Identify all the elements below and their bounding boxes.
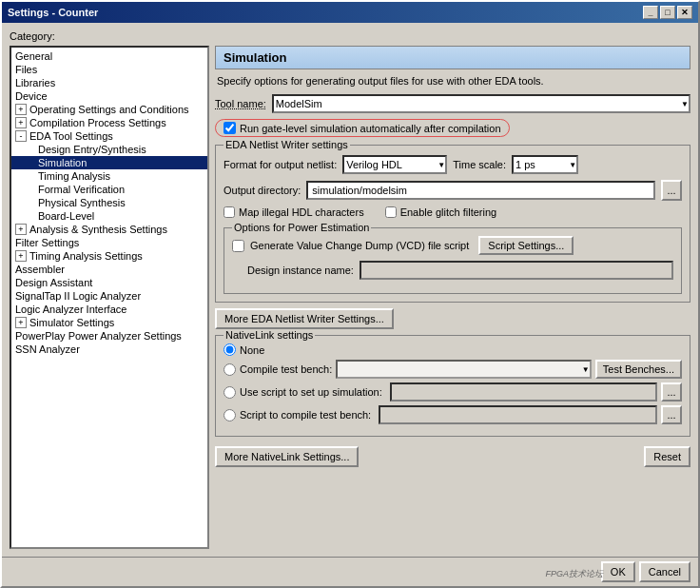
tree-label-simulator-settings: Simulator Settings xyxy=(29,317,114,328)
output-dir-input[interactable] xyxy=(306,181,655,200)
window-footer: FPGA技术论坛 OK Cancel xyxy=(2,557,698,586)
enable-glitch-label[interactable]: Enable glitch filtering xyxy=(400,206,497,218)
panel-description: Specify options for generating output fi… xyxy=(215,75,690,87)
tree-label-files: Files xyxy=(15,64,37,75)
script-settings-button[interactable]: Script Settings... xyxy=(478,236,574,255)
tree-item-filter-settings[interactable]: Filter Settings xyxy=(11,236,207,249)
tree-item-compilation-process[interactable]: + Compilation Process Settings xyxy=(11,116,207,129)
tree-item-timing-analysis[interactable]: Timing Analysis xyxy=(11,169,207,183)
tool-name-row: Tool name: ModelSim ModelSim-Altera VCS … xyxy=(215,94,690,113)
generate-vcd-row: Generate Value Change Dump (VCD) file sc… xyxy=(232,236,673,255)
tree-item-operating-settings[interactable]: + Operating Settings and Conditions xyxy=(11,103,207,116)
compile-script-browse-button[interactable]: ... xyxy=(661,405,682,424)
time-scale-select-wrapper[interactable]: 1 ps 10 ps 100 ps 1 ns xyxy=(512,155,578,174)
format-label: Format for output netlist: xyxy=(224,159,337,170)
compile-bench-radio[interactable] xyxy=(224,363,236,376)
tree-label-compilation-process: Compilation Process Settings xyxy=(29,117,166,128)
panel-title: Simulation xyxy=(215,46,690,69)
nativelink-group: NativeLink settings None Compile test be… xyxy=(215,335,690,437)
window-title: Settings - Counter xyxy=(8,7,98,18)
none-radio[interactable] xyxy=(224,343,236,356)
compile-script-radio[interactable] xyxy=(224,409,236,421)
cancel-button[interactable]: Cancel xyxy=(639,561,690,582)
tree-item-board-level[interactable]: Board-Level xyxy=(11,209,207,223)
close-button[interactable]: ✕ xyxy=(677,6,692,19)
left-panel[interactable]: General Files Libraries Device + Operati… xyxy=(10,46,209,549)
tree-label-formal-verification: Formal Verification xyxy=(38,184,125,195)
compile-bench-select-wrapper[interactable] xyxy=(336,360,592,379)
tool-name-select[interactable]: ModelSim ModelSim-Altera VCS Riviera Act… xyxy=(272,94,690,113)
tree-item-signaltap[interactable]: SignalTap II Logic Analyzer xyxy=(11,289,207,303)
tool-name-select-wrapper[interactable]: ModelSim ModelSim-Altera VCS Riviera Act… xyxy=(272,94,690,113)
generate-vcd-checkbox[interactable] xyxy=(232,240,244,252)
time-scale-label: Time scale: xyxy=(453,159,506,170)
format-select[interactable]: Verilog HDL VHDL xyxy=(342,155,447,174)
tree-item-general[interactable]: General xyxy=(11,49,207,63)
category-label: Category: xyxy=(10,30,690,42)
title-bar-buttons: _ □ ✕ xyxy=(643,6,692,19)
minimize-button[interactable]: _ xyxy=(643,6,658,19)
use-script-input xyxy=(390,382,657,402)
tree-label-analysis-synthesis: Analysis & Synthesis Settings xyxy=(29,224,167,235)
main-area: General Files Libraries Device + Operati… xyxy=(10,46,690,549)
tree-item-device[interactable]: Device xyxy=(11,89,207,103)
tree-item-simulator-settings[interactable]: + Simulator Settings xyxy=(11,316,207,329)
none-radio-label[interactable]: None xyxy=(240,344,264,356)
ok-button[interactable]: OK xyxy=(601,561,635,582)
tree-item-analysis-synthesis[interactable]: + Analysis & Synthesis Settings xyxy=(11,223,207,236)
tree-label-timing-analysis: Timing Analysis xyxy=(38,170,110,182)
test-benches-button[interactable]: Test Benches... xyxy=(595,360,682,379)
tree-item-powerplay[interactable]: PowerPlay Power Analyzer Settings xyxy=(11,329,207,343)
tree-item-timing-analysis-settings[interactable]: + Timing Analysis Settings xyxy=(11,249,207,263)
nativelink-title: NativeLink settings xyxy=(224,329,315,341)
tree-item-files[interactable]: Files xyxy=(11,63,207,76)
more-eda-button[interactable]: More EDA Netlist Writer Settings... xyxy=(215,308,394,329)
tool-name-label: Tool name: xyxy=(215,98,266,109)
tree-label-logic-analyzer: Logic Analyzer Interface xyxy=(15,304,126,315)
tree-label-physical-synthesis: Physical Synthesis xyxy=(38,197,126,208)
power-estimation-title: Options for Power Estimation xyxy=(232,222,371,233)
tree-item-libraries[interactable]: Libraries xyxy=(11,76,207,89)
tree-label-general: General xyxy=(15,50,52,62)
use-script-label[interactable]: Use script to set up simulation: xyxy=(240,386,382,398)
bottom-buttons: More NativeLink Settings... Reset xyxy=(215,446,690,467)
more-nativelink-button[interactable]: More NativeLink Settings... xyxy=(215,446,359,467)
output-dir-browse-button[interactable]: ... xyxy=(661,180,682,201)
map-illegal-label[interactable]: Map illegal HDL characters xyxy=(239,206,364,218)
tree-item-formal-verification[interactable]: Formal Verification xyxy=(11,183,207,196)
time-scale-select[interactable]: 1 ps 10 ps 100 ps 1 ns xyxy=(512,155,578,174)
tree-item-design-assistant[interactable]: Design Assistant xyxy=(11,276,207,289)
expander-eda: - xyxy=(15,130,27,142)
tree-label-operating-settings: Operating Settings and Conditions xyxy=(29,104,189,115)
reset-button[interactable]: Reset xyxy=(644,446,690,467)
output-dir-row: Output directory: ... xyxy=(224,180,682,201)
compile-bench-label[interactable]: Compile test bench: xyxy=(240,363,332,375)
compile-script-label[interactable]: Script to compile test bench: xyxy=(240,409,371,421)
design-instance-row: Design instance name: xyxy=(232,261,673,280)
expander-operating: + xyxy=(15,104,27,115)
enable-glitch-checkbox[interactable] xyxy=(385,206,397,218)
use-script-radio[interactable] xyxy=(224,386,236,399)
compile-bench-row: Compile test bench: Test Benches... xyxy=(224,360,682,379)
power-estimation-group: Options for Power Estimation Generate Va… xyxy=(224,227,682,294)
tree-item-physical-synthesis[interactable]: Physical Synthesis xyxy=(11,196,207,209)
tree-item-simulation[interactable]: Simulation xyxy=(11,156,207,169)
run-simulation-label[interactable]: Run gate-level simulation automatically … xyxy=(240,123,501,134)
format-select-wrapper[interactable]: Verilog HDL VHDL xyxy=(342,155,447,174)
maximize-button[interactable]: □ xyxy=(660,6,675,19)
tree-label-powerplay: PowerPlay Power Analyzer Settings xyxy=(15,330,182,342)
tree-item-design-entry[interactable]: Design Entry/Synthesis xyxy=(11,143,207,156)
tree-item-logic-analyzer[interactable]: Logic Analyzer Interface xyxy=(11,303,207,316)
map-illegal-checkbox[interactable] xyxy=(224,206,235,218)
compile-bench-select[interactable] xyxy=(336,360,592,379)
expander-timing-settings: + xyxy=(15,250,27,262)
settings-window: Settings - Counter _ □ ✕ Category: Gener… xyxy=(0,0,700,588)
format-row: Format for output netlist: Verilog HDL V… xyxy=(224,155,682,174)
window-content: Category: General Files Libraries Device… xyxy=(2,23,698,557)
use-script-browse-button[interactable]: ... xyxy=(661,382,682,402)
tree-item-eda-tool-settings[interactable]: - EDA Tool Settings xyxy=(11,129,207,143)
generate-vcd-label[interactable]: Generate Value Change Dump (VCD) file sc… xyxy=(250,240,469,251)
tree-item-ssn-analyzer[interactable]: SSN Analyzer xyxy=(11,343,207,356)
tree-item-assembler[interactable]: Assembler xyxy=(11,263,207,276)
run-simulation-checkbox[interactable] xyxy=(224,122,236,134)
